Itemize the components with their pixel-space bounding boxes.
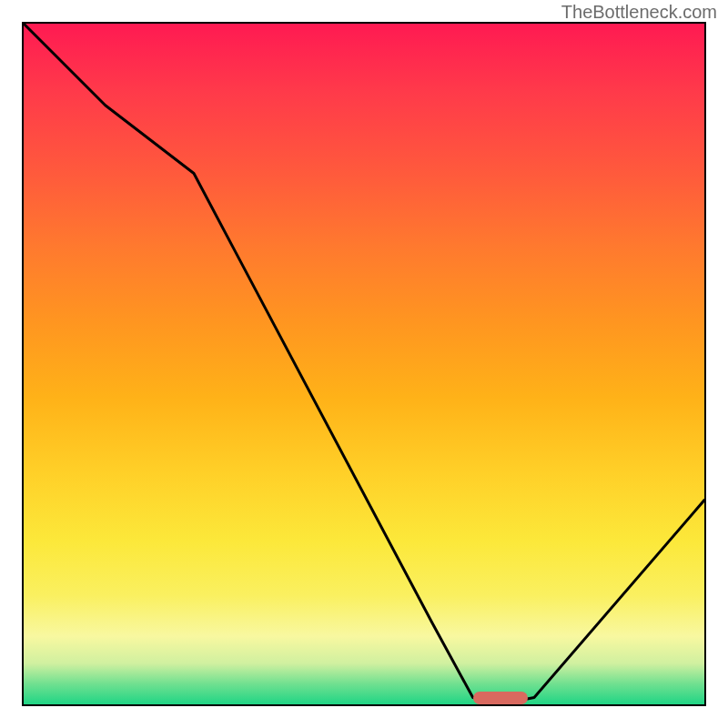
watermark-text: TheBottleneck.com xyxy=(561,2,717,23)
chart-plot-area xyxy=(22,22,706,706)
bottleneck-curve xyxy=(24,24,704,704)
optimal-marker xyxy=(473,692,528,704)
